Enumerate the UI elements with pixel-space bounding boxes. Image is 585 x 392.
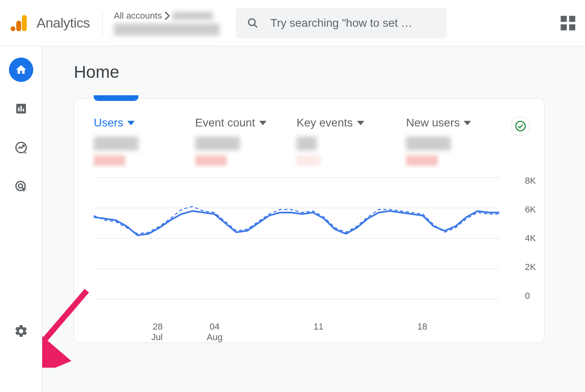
overview-card: Users Event count Key events	[74, 98, 544, 343]
trend-chart: 8K 6K 4K 2K 0	[74, 176, 544, 321]
svg-point-3	[248, 19, 255, 25]
trend-circle-icon	[14, 141, 28, 154]
breadcrumb-root: All accounts	[114, 11, 162, 21]
svg-rect-0	[22, 15, 27, 31]
target-click-icon	[14, 180, 28, 193]
nav-admin-settings[interactable]	[9, 319, 33, 343]
metric-users[interactable]: Users	[94, 116, 195, 167]
metric-event-count[interactable]: Event count	[195, 116, 297, 167]
check-circle-icon	[515, 120, 526, 132]
product-name: Analytics	[37, 15, 90, 31]
y-axis: 8K 6K 4K 2K 0	[525, 176, 536, 301]
chevron-down-icon	[127, 121, 135, 125]
data-quality-badge[interactable]	[511, 116, 530, 136]
svg-rect-7	[20, 106, 22, 111]
metric-delta-redacted	[297, 155, 321, 166]
line-chart-svg	[94, 176, 499, 301]
nav-explore[interactable]	[9, 135, 33, 160]
chevron-down-icon	[259, 121, 267, 125]
bar-chart-icon	[15, 102, 28, 115]
svg-rect-1	[16, 21, 21, 31]
svg-point-2	[11, 26, 15, 31]
nav-reports[interactable]	[9, 96, 33, 121]
metric-selector-row: Users Event count Key events	[74, 99, 544, 171]
metric-value-redacted	[406, 137, 451, 150]
metric-value-redacted	[195, 137, 240, 150]
page-title: Home	[74, 62, 585, 82]
metric-delta-redacted	[406, 155, 438, 166]
sidebar	[0, 46, 42, 392]
svg-line-4	[254, 24, 257, 27]
home-icon	[15, 64, 27, 76]
chevron-down-icon	[357, 121, 364, 125]
search-icon	[247, 17, 258, 30]
metric-delta-redacted	[94, 155, 125, 166]
apps-menu-icon[interactable]	[561, 16, 575, 30]
search-input[interactable]	[271, 17, 435, 30]
chevron-down-icon	[464, 121, 471, 125]
account-name-redacted	[172, 12, 213, 20]
svg-rect-6	[18, 107, 19, 111]
metric-value-redacted	[297, 137, 317, 150]
analytics-logo-icon	[10, 13, 29, 33]
metric-key-events[interactable]: Key events	[297, 116, 406, 167]
gear-icon	[14, 324, 28, 338]
metric-delta-redacted	[195, 155, 227, 166]
nav-advertising[interactable]	[9, 174, 33, 199]
metric-value-redacted	[94, 137, 138, 150]
metric-new-users[interactable]: New users	[406, 116, 508, 167]
main-content: Home Users Event count Ke	[42, 46, 585, 392]
account-picker[interactable]: All accounts	[114, 11, 219, 36]
logo-block[interactable]: Analytics	[10, 11, 103, 35]
nav-home[interactable]	[9, 58, 33, 82]
svg-point-12	[516, 121, 525, 131]
svg-rect-8	[23, 109, 24, 111]
search-bar[interactable]	[236, 8, 447, 39]
property-name-redacted	[114, 24, 219, 36]
chevron-right-icon	[164, 11, 170, 20]
x-axis: 28Jul 04Aug 11 18	[74, 321, 544, 343]
app-header: Analytics All accounts	[0, 0, 585, 46]
